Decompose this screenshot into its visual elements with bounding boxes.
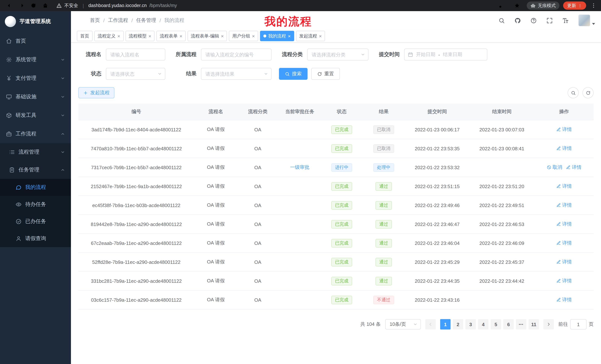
page-button[interactable]: 5: [491, 319, 501, 329]
breadcrumb-item[interactable]: 任务管理: [136, 17, 156, 24]
detail-link[interactable]: 详情: [556, 202, 572, 209]
close-icon[interactable]: ×: [148, 34, 151, 38]
tab-process-form-edit[interactable]: 流程表单-编辑×: [188, 31, 227, 41]
toggle-search-button[interactable]: [568, 87, 579, 98]
hamburger-icon[interactable]: [77, 17, 84, 24]
sidebar-item-done-task[interactable]: 已办任务: [0, 213, 71, 230]
user-icon: [16, 236, 21, 241]
browser-chrome: 不安全 | dashboard.yudao.iocoder.cn/bpm/tas…: [0, 0, 601, 11]
close-icon[interactable]: ×: [288, 34, 291, 38]
user-menu[interactable]: [578, 14, 595, 26]
cell-task: 一级审批: [278, 158, 321, 177]
more-pages-button[interactable]: •••: [516, 319, 526, 329]
reset-button[interactable]: 重置: [311, 68, 340, 80]
start-process-button[interactable]: 发起流程: [78, 87, 114, 98]
address-bar[interactable]: 不安全 | dashboard.yudao.iocoder.cn/bpm/tas…: [56, 2, 496, 9]
date-range-picker[interactable]: 开始日期 - 结束日期: [404, 49, 487, 60]
cell-actions: 详情: [534, 139, 594, 158]
breadcrumb-item[interactable]: 工作流程: [108, 17, 128, 24]
detail-link[interactable]: 详情: [556, 259, 572, 265]
tab-start-process[interactable]: 发起流程×: [296, 31, 325, 41]
cell-name: OA 请假: [194, 120, 237, 139]
result-select[interactable]: [201, 68, 271, 80]
cell-status: 已完成: [321, 234, 362, 252]
edit-icon: [556, 241, 561, 245]
refresh-table-button[interactable]: [582, 87, 594, 98]
sidebar-item-home[interactable]: 首页: [0, 32, 71, 50]
close-icon[interactable]: ×: [117, 34, 120, 38]
tab-user-group[interactable]: 用户分组×: [229, 31, 258, 41]
category-select[interactable]: [307, 49, 369, 60]
sidebar-item-workflow[interactable]: 工作流程: [0, 125, 71, 143]
detail-link[interactable]: 详情: [556, 297, 572, 303]
cell-submit-time: 2022-01-22 23:45:29: [405, 252, 469, 271]
status-select[interactable]: [106, 68, 165, 80]
close-icon[interactable]: ×: [252, 34, 255, 38]
detail-link[interactable]: 详情: [556, 145, 572, 152]
tab-home[interactable]: 首页: [77, 31, 92, 41]
help-icon[interactable]: [531, 17, 537, 24]
app-logo[interactable]: 芋道管理系统: [0, 11, 71, 32]
forward-icon[interactable]: [19, 3, 25, 9]
detail-link[interactable]: 详情: [556, 240, 572, 246]
process-name-input[interactable]: [106, 49, 165, 60]
cell-end-time: 2022-01-22 23:46:53: [469, 215, 534, 234]
search-icon[interactable]: [499, 17, 505, 24]
cell-status: 已完成: [321, 271, 362, 290]
page-button[interactable]: 11: [529, 319, 539, 329]
tab-process-form[interactable]: 流程表单×: [156, 31, 186, 41]
table-row: ec45f38f-7b9a-11ec-b03b-acde48001122 OA …: [78, 196, 594, 215]
next-page-button[interactable]: [543, 319, 554, 329]
browser-home-icon[interactable]: [42, 3, 48, 9]
sidebar-item-process-management[interactable]: 流程管理: [0, 143, 71, 161]
task-link[interactable]: 一级审批: [290, 164, 310, 170]
sidebar-item-infrastructure[interactable]: 基础设施: [0, 87, 71, 106]
breadcrumb-item[interactable]: 首页: [90, 17, 100, 24]
detail-link[interactable]: 详情: [556, 278, 572, 284]
sidebar-item-devtools[interactable]: 研发工具: [0, 106, 71, 125]
page-button[interactable]: 1: [440, 319, 451, 329]
chrome-update-button[interactable]: 更新: [563, 1, 586, 10]
cell-result: 通过: [362, 234, 405, 252]
sidebar-item-task-management[interactable]: 任务管理: [0, 161, 71, 179]
tab-process-model[interactable]: 流程模型×: [125, 31, 155, 41]
search-button[interactable]: 搜索: [279, 68, 308, 80]
sidebar-item-leave-query[interactable]: 请假查询: [0, 230, 71, 247]
key-icon[interactable]: [499, 3, 504, 9]
detail-link[interactable]: 详情: [566, 164, 581, 171]
jump-input[interactable]: [570, 319, 587, 329]
page-button[interactable]: 6: [503, 319, 514, 329]
sidebar-item-my-process[interactable]: 我的流程: [0, 179, 71, 196]
prev-page-button[interactable]: [425, 319, 436, 329]
cell-category: OA: [237, 120, 278, 139]
page-size-select[interactable]: [385, 319, 421, 329]
close-icon[interactable]: ×: [319, 34, 322, 38]
tab-my-process[interactable]: 我的流程×: [260, 31, 294, 41]
reload-icon[interactable]: [30, 3, 36, 9]
back-icon[interactable]: [7, 3, 13, 9]
parent-process-input[interactable]: [201, 49, 271, 60]
bookmark-star-icon[interactable]: [514, 3, 520, 9]
page-button[interactable]: 2: [453, 319, 463, 329]
detail-link[interactable]: 详情: [556, 221, 572, 228]
detail-link[interactable]: 详情: [556, 183, 572, 190]
browser-actions: 无痕模式 更新: [496, 1, 597, 10]
fullscreen-icon[interactable]: [546, 17, 553, 24]
cancel-link[interactable]: 取消: [547, 164, 562, 171]
font-size-icon[interactable]: [562, 17, 569, 24]
filter-form: 流程名 所属流程 流程分类: [78, 49, 594, 80]
sidebar-item-todo-task[interactable]: 待办任务: [0, 196, 71, 213]
sidebar-item-system[interactable]: 系统管理: [0, 50, 71, 69]
page-button[interactable]: 3: [465, 319, 476, 329]
tab-process-definition[interactable]: 流程定义×: [94, 31, 123, 41]
close-icon[interactable]: ×: [180, 34, 182, 38]
browser-menu-icon[interactable]: [591, 3, 597, 9]
github-icon[interactable]: [514, 17, 521, 24]
cell-status: 进行中: [321, 158, 362, 177]
chevron-down-icon: [60, 95, 65, 99]
tab-label: 首页: [80, 33, 89, 39]
page-button[interactable]: 4: [478, 319, 489, 329]
sidebar-item-payment[interactable]: 支付管理: [0, 69, 71, 87]
close-icon[interactable]: ×: [221, 34, 224, 38]
detail-link[interactable]: 详情: [556, 126, 572, 133]
